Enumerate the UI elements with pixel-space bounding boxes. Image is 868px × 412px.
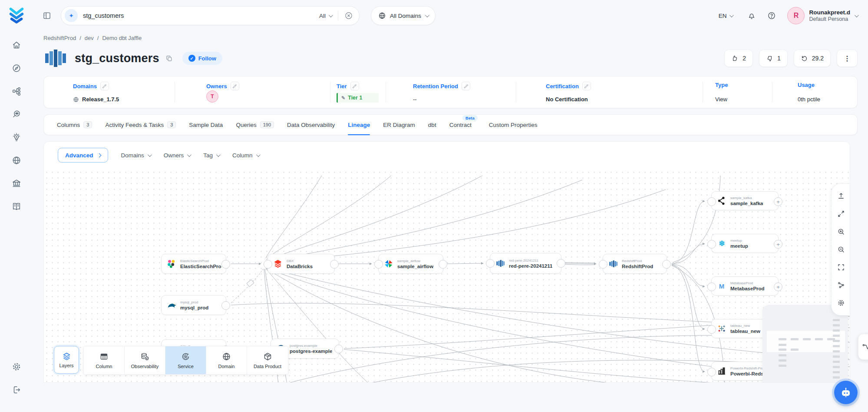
tab-contract[interactable]: ContractBeta <box>449 114 472 135</box>
tier-badge: ✎Tier 1 <box>337 93 379 103</box>
node-port[interactable] <box>707 240 716 249</box>
global-search[interactable]: ✦ All <box>61 6 360 25</box>
layers-button[interactable]: Layers <box>54 346 79 374</box>
edit-lineage-icon[interactable] <box>834 278 848 292</box>
layer-data-product-button[interactable]: Data Product <box>247 346 288 374</box>
export-icon[interactable] <box>834 189 848 203</box>
downvote-button[interactable]: 1 <box>759 50 788 67</box>
filter-owners-dropdown[interactable]: Owners <box>164 152 191 159</box>
node-port[interactable] <box>374 260 383 269</box>
filter-domains-dropdown[interactable]: Domains <box>121 152 151 159</box>
tab-lineage[interactable]: Lineage <box>348 114 370 135</box>
node-port[interactable] <box>334 345 343 353</box>
edit-retention-icon[interactable] <box>462 82 470 90</box>
sidebar-toggle-icon[interactable] <box>43 11 51 20</box>
lineage-node-mysql-prod[interactable]: mysql_prodmysql_prod <box>161 295 226 315</box>
app-logo-icon[interactable] <box>7 5 26 23</box>
sidebar-item-glossary[interactable] <box>8 198 25 215</box>
zoom-in-icon[interactable] <box>834 225 848 239</box>
fit-view-icon[interactable] <box>834 207 848 221</box>
layer-observability-button[interactable]: Observability <box>125 346 165 374</box>
node-port[interactable] <box>707 282 716 291</box>
lineage-node-red-pere-20241211[interactable]: red-pere-20241211red-pere-20241211 <box>490 253 561 274</box>
node-port[interactable] <box>707 325 716 334</box>
lineage-node-redshiftprod[interactable]: RedshiftProdRedshiftProd <box>603 254 667 274</box>
tab-data-observability[interactable]: Data Observability <box>287 114 335 135</box>
sidebar-item-governance[interactable] <box>8 175 25 192</box>
follow-button[interactable]: ✓ Follow <box>182 52 222 65</box>
tab-sample-data[interactable]: Sample Data <box>189 114 223 135</box>
sidebar-item-explore[interactable] <box>8 60 25 77</box>
node-port[interactable] <box>486 259 495 268</box>
tab-custom-properties[interactable]: Custom Properties <box>489 114 538 135</box>
node-port[interactable] <box>264 260 272 269</box>
language-dropdown[interactable]: EN <box>719 13 733 19</box>
sidebar-item-settings[interactable] <box>8 358 25 375</box>
tab-columns[interactable]: Columns3 <box>57 114 92 135</box>
expand-plus-icon[interactable]: + <box>774 282 782 291</box>
node-port[interactable] <box>662 260 671 269</box>
layer-column-button[interactable]: Column <box>84 346 125 374</box>
search-input[interactable] <box>83 12 319 19</box>
node-port[interactable] <box>707 197 716 206</box>
node-port[interactable] <box>439 260 447 269</box>
layer-service-button[interactable]: Service <box>165 346 206 374</box>
node-port[interactable] <box>557 259 565 268</box>
sidebar-item-insights[interactable] <box>8 129 25 146</box>
sidebar-item-logout[interactable] <box>8 381 25 399</box>
lineage-settings-icon[interactable] <box>834 296 848 310</box>
edit-owners-icon[interactable] <box>231 82 239 90</box>
all-domains-dropdown[interactable]: All Domains <box>371 6 436 25</box>
node-port[interactable] <box>221 301 230 310</box>
breadcrumb-item[interactable]: dev <box>85 35 94 41</box>
lineage-node-sample-kafka[interactable]: sample_kafkasample_kafka + <box>711 191 779 210</box>
meta-type: Type View <box>703 82 772 103</box>
tab-activity-feeds[interactable]: Activity Feeds & Tasks3 <box>105 114 176 135</box>
collapsed-side-panel[interactable] <box>858 334 868 360</box>
sidebar-item-domains[interactable] <box>8 152 25 169</box>
owner-avatar[interactable]: T <box>206 90 218 103</box>
fullscreen-icon[interactable] <box>834 260 848 274</box>
globe-icon <box>12 156 21 165</box>
help-button[interactable] <box>767 11 776 20</box>
search-scope-dropdown[interactable]: All <box>319 13 332 19</box>
breadcrumb-item[interactable]: RedshiftProd <box>43 35 76 41</box>
lineage-minimap[interactable] <box>762 305 848 383</box>
notifications-button[interactable] <box>747 11 756 20</box>
filter-column-dropdown[interactable]: Column <box>232 152 259 159</box>
expand-plus-icon[interactable]: + <box>774 240 782 249</box>
layer-domain-button[interactable]: Domain <box>206 346 247 374</box>
node-port[interactable] <box>330 260 339 269</box>
tab-er-diagram[interactable]: ER Diagram <box>383 114 415 135</box>
lineage-node-databricks[interactable]: DBXDataBricks <box>267 254 335 274</box>
user-menu[interactable]: R Rounakpreet.d Default Persona <box>787 7 858 24</box>
search-clear-icon[interactable] <box>344 11 353 20</box>
breadcrumb-item[interactable]: Demo dbt Jaffle <box>102 35 142 41</box>
tab-queries[interactable]: Queries190 <box>236 114 274 135</box>
copy-icon[interactable] <box>165 55 173 62</box>
filter-tag-dropdown[interactable]: Tag <box>203 152 219 159</box>
sidebar-item-lineage[interactable] <box>8 83 25 100</box>
more-options-button[interactable]: ⋮ <box>837 50 858 67</box>
advanced-filter-button[interactable]: Advanced <box>58 148 108 163</box>
version-button[interactable]: 29.2 <box>794 50 831 67</box>
node-port[interactable] <box>599 260 607 269</box>
sidebar-item-observability[interactable] <box>8 106 25 123</box>
user-name: Rounakpreet.d <box>809 9 850 17</box>
check-circle-icon: ✓ <box>188 55 195 62</box>
lineage-node-metabaseprod[interactable]: M MetabaseProdMetabaseProd + <box>711 276 779 296</box>
node-port[interactable] <box>707 368 716 376</box>
sidebar-item-home[interactable] <box>8 37 25 54</box>
lineage-node-meetup[interactable]: ❄ meetupmeetup + <box>711 234 779 253</box>
chat-assistant-button[interactable] <box>834 381 858 404</box>
edit-domains-icon[interactable] <box>100 82 109 90</box>
zoom-out-icon[interactable] <box>834 243 848 256</box>
edit-tier-icon[interactable] <box>350 82 359 90</box>
lineage-node-elasticsearchprod[interactable]: ElasticSearchProdElasticSearchProd <box>161 254 226 274</box>
tab-dbt[interactable]: dbt <box>428 114 436 135</box>
expand-plus-icon[interactable]: + <box>774 197 782 206</box>
upvote-button[interactable]: 2 <box>724 50 753 67</box>
node-port[interactable] <box>221 260 230 269</box>
lineage-node-sample-airflow[interactable]: sample_airflowsample_airflow <box>378 254 443 274</box>
edit-certification-icon[interactable] <box>582 82 591 90</box>
